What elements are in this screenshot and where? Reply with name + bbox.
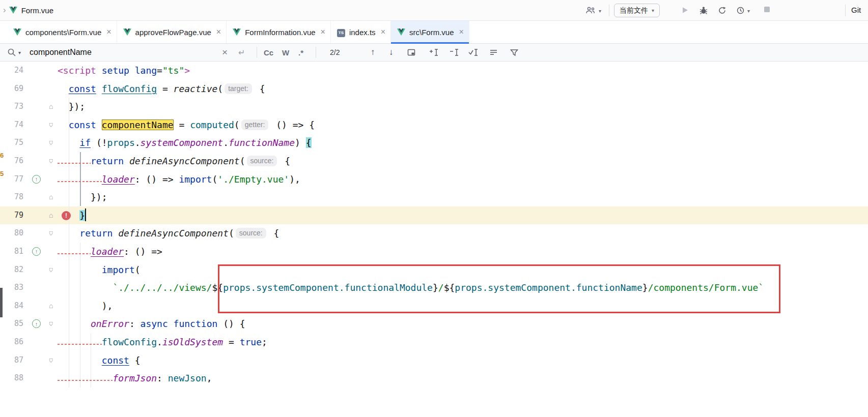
- fold-start-icon[interactable]: ⌂: [49, 134, 53, 152]
- fold-start-icon[interactable]: ⌂: [49, 224, 53, 243]
- debug-button[interactable]: [699, 6, 708, 15]
- open-results-button[interactable]: [407, 44, 415, 61]
- remove-occurrence-button[interactable]: [449, 44, 459, 61]
- tab-index-ts[interactable]: TSindex.ts×: [331, 21, 391, 43]
- code-segment: const: [69, 83, 96, 94]
- fold-end-icon[interactable]: ⌂: [49, 98, 53, 116]
- code-text[interactable]: const {: [58, 351, 868, 370]
- code-text[interactable]: });: [58, 98, 868, 116]
- tab-forminformation-vue[interactable]: FormInformation.vue×: [227, 21, 331, 43]
- search-input[interactable]: componentName: [30, 44, 92, 61]
- close-tab-icon[interactable]: ×: [381, 27, 385, 37]
- git-widget[interactable]: Git: [851, 6, 861, 14]
- filter-button[interactable]: [510, 44, 518, 61]
- code-editor[interactable]: 24<script setup lang="ts">69 const flowC…: [0, 62, 868, 417]
- line-number[interactable]: 69: [14, 80, 23, 98]
- fold-start-icon[interactable]: ⌂: [49, 116, 53, 134]
- code-segment: [58, 137, 79, 148]
- profiler-clock-icon[interactable]: [736, 6, 745, 15]
- inlay-hint[interactable]: target:: [225, 83, 252, 94]
- code-text[interactable]: import(: [58, 261, 868, 279]
- line-number[interactable]: 80: [14, 224, 23, 243]
- words-toggle[interactable]: W: [282, 44, 289, 61]
- code-text[interactable]: formJson: newJson,: [58, 369, 868, 388]
- search-history-chevron-icon[interactable]: ▾: [18, 44, 21, 61]
- line-number[interactable]: 82: [14, 261, 23, 279]
- line-number[interactable]: 76: [14, 152, 23, 170]
- line-number[interactable]: 88: [14, 369, 23, 388]
- next-occurrence-button[interactable]: ↓: [389, 44, 394, 61]
- inlay-hint[interactable]: source:: [247, 156, 277, 166]
- chevron-down-icon[interactable]: ▾: [599, 8, 601, 14]
- fold-start-icon[interactable]: ⌂: [49, 261, 53, 279]
- code-text[interactable]: loader: () => import('./Empty.vue'),: [58, 170, 868, 189]
- gutter-arrow-up-icon[interactable]: ↑: [32, 319, 41, 328]
- match-case-toggle[interactable]: Cc: [264, 44, 273, 61]
- fold-end-icon[interactable]: ⌂: [49, 297, 53, 315]
- code-segment: [58, 282, 113, 293]
- search-icon[interactable]: [7, 44, 16, 61]
- inlay-hint[interactable]: getter:: [241, 120, 269, 130]
- clear-search-icon[interactable]: ×: [222, 44, 228, 61]
- code-segment: [168, 318, 174, 329]
- new-line-icon[interactable]: ↵: [238, 44, 245, 61]
- gutter-arrow-up-icon[interactable]: ↑: [32, 175, 41, 184]
- line-number[interactable]: 78: [14, 188, 23, 206]
- code-text[interactable]: return defineAsyncComponent(source: {: [58, 224, 868, 243]
- tab-src-form-vue[interactable]: src\Form.vue×: [391, 21, 469, 43]
- code-text[interactable]: const componentName = computed(getter: (…: [58, 116, 868, 134]
- line-number[interactable]: 73: [14, 98, 23, 116]
- code-segment: import: [179, 174, 212, 185]
- fold-end-icon[interactable]: ⌂: [49, 206, 53, 225]
- select-all-occurrences-button[interactable]: [468, 44, 479, 61]
- line-number[interactable]: 74: [14, 116, 23, 134]
- close-tab-icon[interactable]: ×: [459, 27, 463, 37]
- close-tab-icon[interactable]: ×: [321, 27, 325, 37]
- code-text[interactable]: onError: async function () {: [58, 315, 868, 333]
- tab-approveflowpage-vue[interactable]: approveFlowPage.vue×: [117, 21, 227, 43]
- add-occurrence-button[interactable]: [429, 44, 439, 61]
- code-segment: true: [240, 337, 262, 347]
- line-number[interactable]: 87: [14, 351, 23, 370]
- coverage-rerun-icon[interactable]: [718, 6, 726, 15]
- inlay-hint[interactable]: source:: [236, 228, 266, 239]
- regex-toggle[interactable]: .*: [298, 44, 303, 61]
- code-text[interactable]: }: [58, 206, 868, 225]
- code-text[interactable]: });: [58, 188, 868, 206]
- run-button[interactable]: [681, 6, 689, 14]
- fold-start-icon[interactable]: ⌂: [49, 315, 53, 333]
- code-text[interactable]: loader: () =>: [58, 243, 868, 261]
- line-number[interactable]: 84: [14, 297, 23, 315]
- fold-end-icon[interactable]: ⌂: [49, 188, 53, 206]
- code-text[interactable]: <script setup lang="ts">: [58, 62, 868, 80]
- line-number[interactable]: 75: [14, 134, 23, 152]
- code-text[interactable]: `./../../../views/${props.systemComponen…: [58, 279, 868, 297]
- line-number[interactable]: 81: [14, 243, 23, 261]
- line-number[interactable]: 77: [14, 170, 23, 189]
- code-with-me-users-icon[interactable]: [585, 6, 596, 14]
- close-tab-icon[interactable]: ×: [216, 27, 221, 37]
- error-icon[interactable]: !: [62, 211, 71, 220]
- chevron-down-icon[interactable]: ▾: [747, 8, 750, 14]
- tab-components-form-vue[interactable]: components\Form.vue×: [7, 21, 117, 43]
- code-text[interactable]: if (!props.systemComponent.functionName)…: [58, 134, 868, 152]
- previous-occurrence-button[interactable]: ↑: [371, 44, 375, 61]
- close-tab-icon[interactable]: ×: [106, 27, 111, 37]
- search-options-button[interactable]: [490, 44, 498, 61]
- gutter: 78⌂: [0, 188, 58, 206]
- run-config-dropdown[interactable]: 当前文件 ▾: [614, 4, 660, 17]
- gutter-arrow-up-icon[interactable]: ↑: [32, 247, 41, 256]
- fold-start-icon[interactable]: ⌂: [49, 351, 53, 370]
- line-number[interactable]: 24: [14, 62, 23, 80]
- code-text[interactable]: ),: [58, 297, 868, 315]
- code-text[interactable]: const flowConfig = reactive(target: {: [58, 80, 868, 98]
- code-text[interactable]: return defineAsyncComponent(source: {: [58, 152, 868, 170]
- stop-button[interactable]: [764, 6, 770, 13]
- line-number[interactable]: 83: [14, 279, 23, 297]
- fold-start-icon[interactable]: ⌂: [49, 152, 53, 170]
- code-text[interactable]: flowConfig.isOldSystem = true;: [58, 333, 868, 351]
- line-number[interactable]: 85: [14, 315, 23, 333]
- line-number[interactable]: 79: [14, 206, 23, 225]
- line-number[interactable]: 86: [14, 333, 23, 351]
- code-segment: props: [107, 137, 135, 148]
